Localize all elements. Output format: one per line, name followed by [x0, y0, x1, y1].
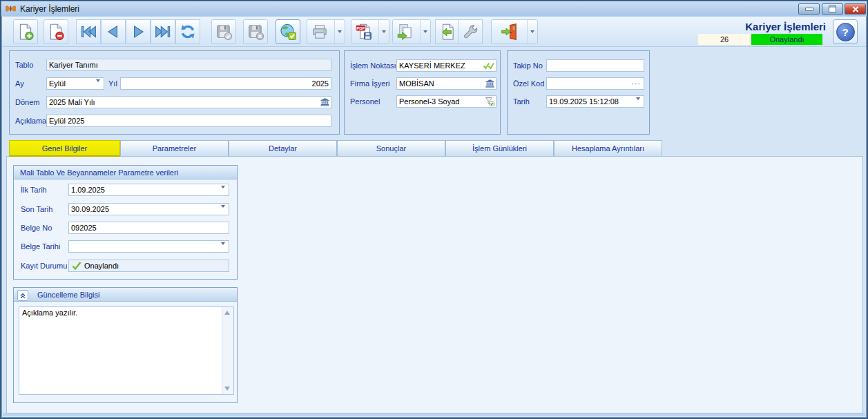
print-dropdown[interactable]	[334, 20, 345, 43]
pdf-save-icon: PDF	[355, 23, 373, 41]
check-icon	[72, 262, 81, 270]
update-note-textarea[interactable]: Açıklama yazılır.	[19, 307, 222, 394]
tarih-label: Tarih	[513, 97, 530, 106]
tab-islem-gunlukleri[interactable]: İşlem Günlükleri	[445, 140, 554, 157]
tab-label: Hesaplama Ayrıntıları	[572, 144, 644, 153]
personel-field[interactable]	[396, 95, 496, 108]
export-pdf-dropdown[interactable]	[378, 20, 389, 43]
minimize-button[interactable]	[798, 3, 820, 14]
vertical-scrollbar[interactable]	[222, 307, 233, 394]
help-button[interactable]: ?	[833, 19, 858, 44]
chevron-down-icon[interactable]	[221, 245, 225, 253]
aciklama-input[interactable]	[47, 115, 331, 126]
belge-tarihi-label: Belge Tarihi	[21, 242, 60, 251]
tab-genel-bilgiler[interactable]: Genel Bilgiler	[9, 140, 120, 157]
donem-input[interactable]	[47, 97, 331, 108]
bank-icon[interactable]	[485, 79, 494, 88]
save-cancel-button[interactable]	[243, 19, 268, 44]
first-record-button[interactable]	[76, 19, 101, 44]
next-record-icon	[129, 23, 147, 41]
tarih-field[interactable]	[546, 95, 644, 108]
exit-button[interactable]	[491, 19, 538, 44]
belge-no-input[interactable]	[69, 222, 229, 233]
close-button[interactable]	[845, 3, 866, 14]
chevron-down-icon[interactable]	[96, 82, 100, 90]
first-record-icon	[79, 23, 97, 41]
islem-noktasi-label: İşlem Noktası	[350, 61, 396, 70]
copy-record-button[interactable]	[392, 19, 431, 44]
tarih-input[interactable]	[547, 96, 644, 107]
parameters-group-title: Mali Tablo Ve Beyannameler Parametre ver…	[20, 168, 178, 177]
parameters-group: Mali Tablo Ve Beyannameler Parametre ver…	[13, 165, 238, 280]
copy-forward-icon	[396, 23, 414, 41]
exit-door-icon	[501, 23, 519, 41]
ilk-tarih-field[interactable]	[68, 184, 229, 196]
chevron-down-icon[interactable]	[636, 100, 640, 108]
tablo-input[interactable]	[47, 59, 331, 70]
chevron-down-icon	[382, 30, 386, 33]
next-record-button[interactable]	[126, 19, 151, 44]
scroll-up-icon[interactable]	[224, 311, 230, 315]
personel-label: Personel	[350, 97, 380, 106]
ozel-kod-input[interactable]	[547, 78, 644, 89]
islem-noktasi-field[interactable]	[396, 59, 496, 72]
tab-detaylar[interactable]: Detaylar	[229, 140, 337, 157]
delete-record-button[interactable]	[44, 19, 68, 44]
wrench-icon	[462, 23, 480, 41]
refresh-icon	[179, 23, 197, 41]
yil-input[interactable]	[121, 78, 331, 89]
ellipsis-button[interactable]: ···	[631, 78, 641, 89]
donem-field[interactable]	[46, 96, 331, 108]
belge-tarihi-input[interactable]	[69, 241, 229, 252]
tools-button[interactable]	[459, 19, 483, 44]
aciklama-field[interactable]	[46, 115, 331, 127]
bank-icon[interactable]	[320, 98, 329, 106]
son-tarih-field[interactable]	[68, 203, 229, 215]
last-record-button[interactable]	[151, 19, 175, 44]
firma-isyeri-input[interactable]	[397, 78, 496, 89]
double-check-icon[interactable]	[483, 61, 494, 70]
app-window: Kariyer İşlemleri	[0, 0, 868, 419]
takip-no-field[interactable]	[546, 59, 644, 72]
collapse-button[interactable]	[17, 290, 28, 301]
tablo-field[interactable]	[46, 59, 331, 71]
window-title: Kariyer İşlemleri	[20, 4, 79, 14]
islem-noktasi-input[interactable]	[397, 60, 496, 71]
belge-no-field[interactable]	[68, 222, 229, 234]
help-icon: ?	[836, 23, 855, 41]
save-button[interactable]	[211, 19, 236, 44]
takip-no-input[interactable]	[547, 60, 644, 71]
tab-parametreler[interactable]: Parametreler	[120, 140, 229, 157]
ay-combobox[interactable]	[46, 77, 104, 90]
import-document-icon	[438, 23, 456, 41]
filter-check-icon[interactable]	[485, 97, 494, 106]
chevron-down-icon[interactable]	[221, 208, 225, 216]
maximize-button[interactable]	[822, 3, 843, 14]
tab-sonuclar[interactable]: Sonuçlar	[337, 140, 445, 157]
son-tarih-input[interactable]	[69, 204, 229, 215]
belge-tarihi-field[interactable]	[68, 240, 229, 253]
tab-hesaplama-ayrintilari[interactable]: Hesaplama Ayrıntıları	[554, 140, 662, 157]
copy-record-dropdown[interactable]	[420, 20, 430, 43]
ay-input[interactable]	[47, 78, 104, 89]
ilk-tarih-input[interactable]	[69, 184, 229, 195]
yil-field[interactable]	[120, 77, 331, 90]
exit-dropdown[interactable]	[527, 20, 537, 43]
chevron-down-icon[interactable]	[221, 188, 225, 197]
update-note-memo[interactable]: Açıklama yazılır.	[19, 306, 234, 395]
kayit-durumu-value: Onaylandı	[84, 262, 119, 270]
previous-record-icon	[104, 23, 122, 41]
print-button[interactable]	[307, 19, 345, 44]
new-record-button[interactable]	[13, 19, 38, 44]
new-document-icon	[17, 23, 35, 41]
export-pdf-button[interactable]: PDF	[351, 19, 389, 44]
ozel-kod-field[interactable]: ···	[546, 77, 644, 90]
import-record-button[interactable]	[435, 19, 459, 44]
previous-record-button[interactable]	[101, 19, 126, 44]
firma-isyeri-field[interactable]	[396, 77, 496, 90]
web-approve-button[interactable]	[276, 19, 300, 44]
scroll-down-icon[interactable]	[224, 387, 230, 391]
refresh-button[interactable]	[175, 19, 200, 44]
personel-input[interactable]	[397, 96, 496, 107]
yil-label: Yıl	[108, 79, 117, 88]
